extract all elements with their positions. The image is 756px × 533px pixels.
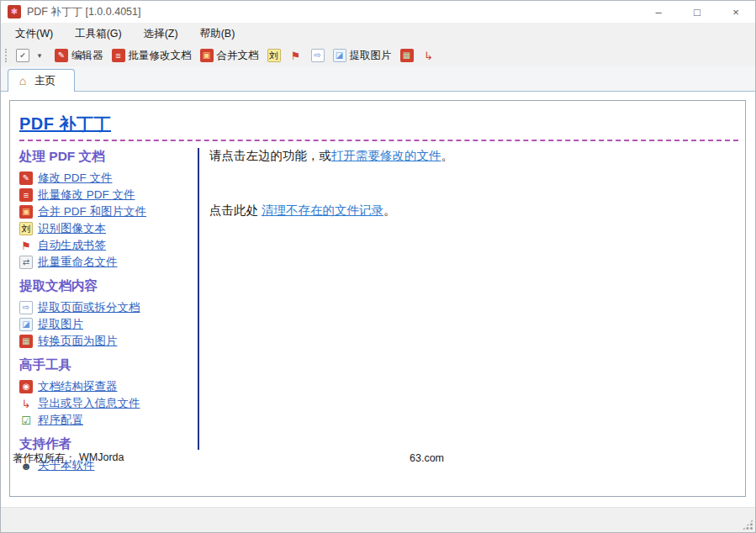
toolbar-button-label: 编辑器 <box>71 49 103 63</box>
sidebar-item[interactable]: ◉文档结构探查器 <box>19 378 198 395</box>
menu-item[interactable]: 工具箱(G) <box>64 23 133 45</box>
status-bar <box>1 507 755 532</box>
extract-page-button[interactable]: ⇨ <box>308 47 328 64</box>
sidebar-item[interactable]: ▦转换页面为图片 <box>19 333 198 350</box>
copyright: 著作权所有： WMJorda <box>13 451 124 466</box>
sidebar-item[interactable]: ⚑自动生成书签 <box>19 237 198 254</box>
pdf-editor-icon: ✎ <box>55 49 68 62</box>
ocr-icon: 刘 <box>19 222 33 235</box>
open-file-link[interactable]: 打开需要修改的文件 <box>331 149 441 162</box>
bookmark-icon: ⚑ <box>289 49 303 62</box>
merge-button[interactable]: ▣合并文档 <box>197 47 262 65</box>
sidebar-item-link[interactable]: 转换页面为图片 <box>38 334 118 349</box>
toolbar-button-label: 批量修改文档 <box>129 49 192 63</box>
resize-grip[interactable] <box>742 519 753 530</box>
menu-item[interactable]: 帮助(B) <box>189 23 246 45</box>
menu-item[interactable]: 选择(Z) <box>133 23 189 45</box>
sidebar-item[interactable]: ▣合并 PDF 和图片文件 <box>19 203 198 220</box>
convert-image-icon: ▦ <box>19 335 33 348</box>
sidebar-section-heading: 提取文档内容 <box>19 277 198 295</box>
sidebar-nav: 处理 PDF 文档✎修改 PDF 文件≡批量修改 PDF 文件▣合并 PDF 和… <box>19 146 198 496</box>
editor-button[interactable]: ✎编辑器 <box>51 47 107 65</box>
cleanup-line: 点击此处 清理不存在的文件记录。 <box>209 203 745 219</box>
export-info-icon: ↳ <box>422 49 436 62</box>
toolbar-button-label: 提取图片 <box>350 49 392 63</box>
toolbar-options-button[interactable]: ✔▾ <box>13 47 50 64</box>
sidebar-item-link[interactable]: 提取页面或拆分文档 <box>38 300 140 315</box>
tab-page: PDF 补丁丁 处理 PDF 文档✎修改 PDF 文件≡批量修改 PDF 文件▣… <box>1 92 755 507</box>
menu-item[interactable]: 文件(W) <box>4 23 64 45</box>
convert-image-button[interactable]: ▦ <box>397 47 417 64</box>
app-icon: ✱ <box>8 5 21 18</box>
columns: 处理 PDF 文档✎修改 PDF 文件≡批量修改 PDF 文件▣合并 PDF 和… <box>19 146 745 496</box>
close-button[interactable]: × <box>716 1 755 23</box>
extract-page-icon: ⇨ <box>311 49 325 62</box>
maximize-button[interactable]: □ <box>678 1 716 23</box>
sidebar-item-link[interactable]: 自动生成书签 <box>38 238 106 253</box>
sidebar-item-link[interactable]: 程序配置 <box>38 413 83 428</box>
home-panel: PDF 补丁丁 处理 PDF 文档✎修改 PDF 文件≡批量修改 PDF 文件▣… <box>9 100 746 497</box>
sidebar-item-link[interactable]: 修改 PDF 文件 <box>38 171 113 186</box>
sidebar-item-link[interactable]: 合并 PDF 和图片文件 <box>38 204 146 219</box>
sidebar-item[interactable]: ✎修改 PDF 文件 <box>19 170 198 187</box>
cleanup-records-link[interactable]: 清理不存在的文件记录 <box>262 203 383 217</box>
sidebar-section-heading: 处理 PDF 文档 <box>19 148 198 166</box>
bookmark-button[interactable]: ⚑ <box>286 47 306 64</box>
window-controls: – □ × <box>639 1 755 23</box>
tab-strip: ⌂主页 <box>1 66 755 92</box>
sidebar-item-link[interactable]: 批量修改 PDF 文件 <box>38 187 135 203</box>
menu-bar: 文件(W)工具箱(G)选择(Z)帮助(B) <box>1 23 755 45</box>
copyright-value: WMJorda <box>79 451 124 466</box>
main-content: 请点击左边的功能，或打开需要修改的文件。 点击此处 清理不存在的文件记录。 63… <box>199 146 745 496</box>
convert-image-icon: ▦ <box>400 49 414 62</box>
tab-主页[interactable]: ⌂主页 <box>8 69 75 92</box>
sidebar-item-link[interactable]: 导出或导入信息文件 <box>38 396 140 411</box>
app-window: ✱ PDF 补丁丁 [1.0.0.4051] – □ × 文件(W)工具箱(G)… <box>0 0 756 533</box>
toolbar-grip[interactable] <box>5 49 9 62</box>
sidebar-item[interactable]: ⇄批量重命名文件 <box>19 254 198 271</box>
extract-image-icon: ◪ <box>333 49 346 62</box>
home-icon: ⌂ <box>16 74 29 87</box>
extract-image-button[interactable]: ◪提取图片 <box>330 47 395 65</box>
toolbar: ✔▾✎编辑器≡批量修改文档▣合并文档刘⚑⇨◪提取图片▦↳ <box>1 45 755 66</box>
copyright-label: 著作权所有： <box>13 451 76 466</box>
sidebar-item[interactable]: ≡批量修改 PDF 文件 <box>19 187 198 203</box>
pdf-batch-icon: ≡ <box>112 49 125 62</box>
export-info-button[interactable]: ↳ <box>419 47 439 64</box>
ocr-button[interactable]: 刘 <box>264 47 284 64</box>
sidebar-item-link[interactable]: 批量重命名文件 <box>38 255 118 270</box>
sidebar-item-link[interactable]: 文档结构探查器 <box>38 379 118 394</box>
page-title-link[interactable]: PDF 补丁丁 <box>19 114 111 133</box>
sidebar-item[interactable]: ☑程序配置 <box>19 412 198 429</box>
pdf-editor-icon: ✎ <box>19 172 33 185</box>
title-bar: ✱ PDF 补丁丁 [1.0.0.4051] – □ × <box>1 1 755 23</box>
sidebar-item-link[interactable]: 识别图像文本 <box>38 221 106 236</box>
sidebar-item[interactable]: 刘识别图像文本 <box>19 220 198 237</box>
ocr-icon: 刘 <box>267 49 281 62</box>
sidebar-item[interactable]: ↳导出或导入信息文件 <box>19 395 198 412</box>
sidebar-item-link[interactable]: 提取图片 <box>38 317 83 332</box>
inspector-icon: ◉ <box>19 380 33 393</box>
toolbar-buttons: ✔▾✎编辑器≡批量修改文档▣合并文档刘⚑⇨◪提取图片▦↳ <box>13 47 439 65</box>
minimize-button[interactable]: – <box>639 1 678 23</box>
config-icon: ☑ <box>19 414 33 427</box>
hint-text: 请点击左边的功能，或 <box>209 149 331 162</box>
pdf-merge-icon: ▣ <box>19 205 33 219</box>
chevron-down-icon: ▾ <box>33 49 46 62</box>
extract-image-icon: ◪ <box>19 318 33 331</box>
pdf-merge-icon: ▣ <box>200 49 214 62</box>
batch-edit-button[interactable]: ≡批量修改文档 <box>108 47 195 65</box>
extract-page-icon: ⇨ <box>19 301 33 314</box>
checkbox-icon: ✔ <box>16 49 29 62</box>
sidebar-item[interactable]: ⇨提取页面或拆分文档 <box>19 299 198 316</box>
sidebar-item[interactable]: ◪提取图片 <box>19 316 198 333</box>
toolbar-button-label: 合并文档 <box>217 49 259 63</box>
cleanup-text-suffix: 。 <box>383 203 396 217</box>
footer-text: 63.com <box>410 452 444 464</box>
rename-icon: ⇄ <box>19 256 33 269</box>
window-title: PDF 补丁丁 [1.0.0.4051] <box>27 5 140 19</box>
hint-line: 请点击左边的功能，或打开需要修改的文件。 <box>209 148 745 164</box>
hint-text-suffix: 。 <box>441 149 454 162</box>
bookmark-icon: ⚑ <box>19 239 33 252</box>
tab-label: 主页 <box>34 74 56 88</box>
